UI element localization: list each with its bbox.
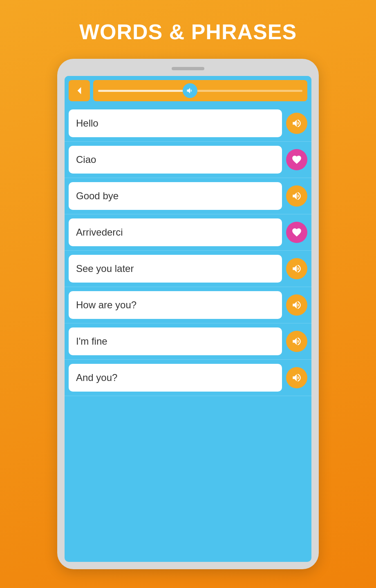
speaker-icon bbox=[291, 118, 302, 129]
volume-thumb bbox=[183, 83, 197, 98]
heart-icon bbox=[291, 227, 302, 238]
phrase-row: Arrivederci bbox=[65, 214, 311, 251]
speaker-icon bbox=[291, 372, 302, 383]
speaker-button-8[interactable] bbox=[286, 367, 307, 388]
phrase-row: How are you? bbox=[65, 287, 311, 323]
phrase-text-6[interactable]: How are you? bbox=[69, 291, 282, 319]
back-icon bbox=[74, 85, 85, 96]
volume-track bbox=[98, 90, 302, 92]
phrase-list: Hello Ciao Good bye Arrivederci See you … bbox=[65, 105, 311, 562]
phrase-text-5[interactable]: See you later bbox=[69, 255, 282, 283]
tablet-screen: Hello Ciao Good bye Arrivederci See you … bbox=[65, 76, 311, 562]
heart-button-2[interactable] bbox=[286, 149, 307, 170]
phrase-row: Hello bbox=[65, 105, 311, 142]
phrase-text-3[interactable]: Good bye bbox=[69, 182, 282, 210]
back-button[interactable] bbox=[69, 80, 90, 101]
page-title: WORDS & PHRASES bbox=[79, 20, 297, 44]
tablet-notch bbox=[172, 67, 204, 70]
heart-button-4[interactable] bbox=[286, 222, 307, 243]
phrase-text-7[interactable]: I'm fine bbox=[69, 327, 282, 355]
speaker-button-7[interactable] bbox=[286, 331, 307, 352]
speaker-button-6[interactable] bbox=[286, 294, 307, 316]
speaker-button-3[interactable] bbox=[286, 185, 307, 207]
phrase-text-1[interactable]: Hello bbox=[69, 109, 282, 137]
phrase-row: And you? bbox=[65, 360, 311, 396]
phrase-row: Ciao bbox=[65, 142, 311, 178]
speaker-icon bbox=[291, 263, 302, 274]
volume-icon bbox=[186, 87, 194, 95]
phrase-text-8[interactable]: And you? bbox=[69, 364, 282, 392]
volume-fill bbox=[98, 90, 190, 92]
heart-icon bbox=[291, 154, 302, 165]
speaker-button-1[interactable] bbox=[286, 113, 307, 134]
speaker-button-5[interactable] bbox=[286, 258, 307, 279]
phrase-row: I'm fine bbox=[65, 323, 311, 360]
speaker-icon bbox=[291, 191, 302, 201]
speaker-icon bbox=[291, 300, 302, 310]
phrase-text-2[interactable]: Ciao bbox=[69, 146, 282, 174]
speaker-icon bbox=[291, 336, 302, 347]
phrase-row: Good bye bbox=[65, 178, 311, 214]
control-bar bbox=[65, 76, 311, 105]
volume-slider[interactable] bbox=[93, 80, 307, 101]
phrase-text-4[interactable]: Arrivederci bbox=[69, 218, 282, 246]
svg-marker-0 bbox=[78, 87, 81, 94]
tablet-frame: Hello Ciao Good bye Arrivederci See you … bbox=[57, 59, 319, 569]
phrase-row: See you later bbox=[65, 251, 311, 287]
